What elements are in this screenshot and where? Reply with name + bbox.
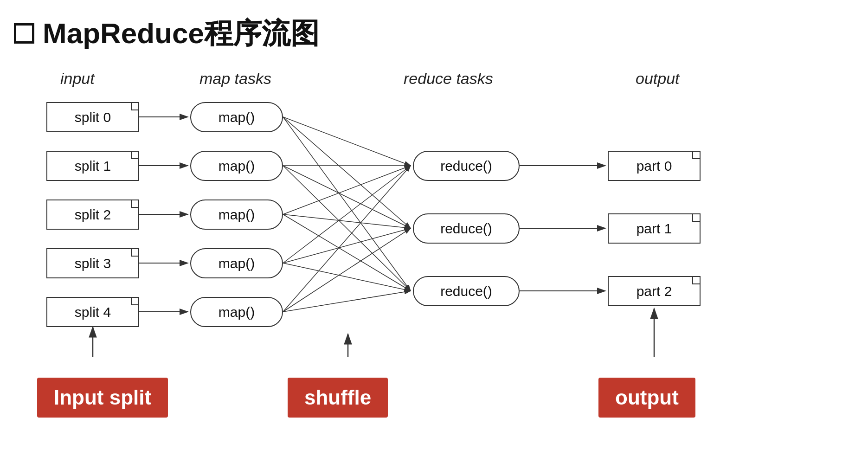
svg-line-12 (283, 166, 411, 214)
part-box-1: part 1 (608, 213, 701, 244)
col-header-reduce: reduce tasks (404, 70, 493, 88)
map-box-3: map() (190, 248, 283, 278)
part-box-0: part 0 (608, 151, 701, 181)
col-header-map: map tasks (199, 70, 271, 88)
split-box-1: split 1 (46, 151, 139, 181)
reduce-box-2: reduce() (413, 276, 520, 306)
arrows-svg (23, 70, 849, 418)
svg-line-8 (283, 117, 411, 291)
reduce-box-1: reduce() (413, 213, 520, 244)
bottom-label-output: output (598, 378, 695, 418)
map-box-1: map() (190, 151, 283, 181)
split-box-2: split 2 (46, 199, 139, 230)
bottom-label-shuffle: shuffle (288, 378, 388, 418)
title-text: MapReduce程序流图 (43, 14, 319, 53)
svg-line-7 (283, 117, 411, 228)
part-box-2: part 2 (608, 276, 701, 306)
bottom-label-input-split: Input split (37, 378, 168, 418)
split-box-4: split 4 (46, 297, 139, 327)
svg-line-11 (283, 166, 411, 291)
col-header-output: output (636, 70, 680, 88)
title-square (14, 23, 34, 44)
svg-line-6 (283, 117, 411, 166)
map-box-4: map() (190, 297, 283, 327)
svg-line-15 (283, 166, 411, 263)
svg-line-14 (283, 214, 411, 291)
svg-line-17 (283, 263, 411, 291)
reduce-box-0: reduce() (413, 151, 520, 181)
svg-line-13 (283, 214, 411, 228)
map-box-0: map() (190, 102, 283, 132)
diagram-area: input map tasks reduce tasks output spli… (23, 70, 849, 418)
page-title: MapReduce程序流图 (14, 14, 319, 53)
split-box-3: split 3 (46, 248, 139, 278)
map-box-2: map() (190, 199, 283, 230)
split-box-0: split 0 (46, 102, 139, 132)
svg-line-19 (283, 228, 411, 312)
svg-line-16 (283, 228, 411, 263)
svg-line-20 (283, 291, 411, 312)
svg-line-10 (283, 166, 411, 228)
col-header-input: input (60, 70, 95, 88)
svg-line-18 (283, 166, 411, 312)
